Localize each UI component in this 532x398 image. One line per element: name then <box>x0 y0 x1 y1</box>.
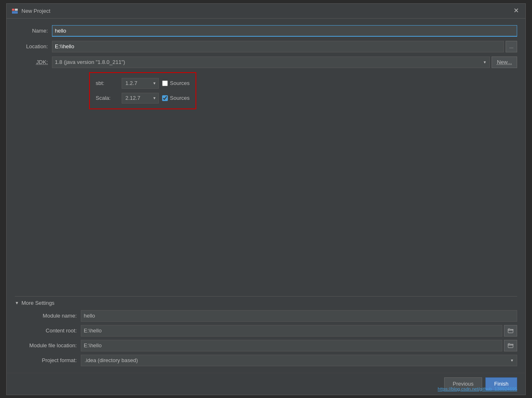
project-format-select[interactable]: .idea (directory based) Eclipse (.classp… <box>81 355 517 366</box>
jdk-new-button[interactable]: New... <box>492 57 517 68</box>
module-file-input-group <box>81 340 517 351</box>
main-content: Name: Location: ... JDK: 1.8 (java versi… <box>15 25 517 366</box>
footer-url: https://blog.csdn.net/github_138924695 <box>438 386 517 391</box>
name-row: Name: <box>15 25 517 37</box>
scala-sources-checkbox-wrapper[interactable]: Sources <box>162 95 190 101</box>
jdk-select-wrapper: 1.8 (java version "1.8.0_211") New... <box>52 57 517 68</box>
module-file-input[interactable] <box>81 340 502 351</box>
module-file-row: Module file location: <box>15 340 517 351</box>
sbt-version-select[interactable]: 1.2.7 1.3.0 1.4.0 <box>122 78 159 89</box>
scala-version-select-container: 2.12.7 2.13.0 2.11.12 <box>122 93 159 104</box>
sbt-label: sbt: <box>96 80 118 86</box>
jdk-select[interactable]: 1.8 (java version "1.8.0_211") <box>52 57 490 68</box>
location-input-group: ... <box>52 41 517 52</box>
sbt-section-wrapper: sbt: 1.2.7 1.3.0 1.4.0 Sources <box>52 72 517 114</box>
title-bar: New Project ✕ <box>7 4 525 19</box>
dialog-title: New Project <box>21 8 50 14</box>
title-bar-left: New Project <box>12 7 50 14</box>
more-settings-section: ▼ More Settings Module name: Content roo… <box>15 296 517 366</box>
name-label: Name: <box>15 28 52 34</box>
new-project-dialog: New Project ✕ Name: Location: ... JDK: <box>6 3 526 395</box>
location-input[interactable] <box>52 41 504 52</box>
project-format-row: Project format: .idea (directory based) … <box>15 355 517 366</box>
module-name-row: Module name: <box>15 310 517 322</box>
scala-sources-checkbox[interactable] <box>162 95 168 101</box>
content-root-input[interactable] <box>81 325 502 337</box>
close-button[interactable]: ✕ <box>512 7 520 15</box>
spacer <box>15 120 517 296</box>
sbt-version-select-container: 1.2.7 1.3.0 1.4.0 <box>122 78 159 89</box>
sbt-sources-label: Sources <box>170 80 190 86</box>
module-name-label: Module name: <box>15 313 81 319</box>
project-format-select-container: .idea (directory based) Eclipse (.classp… <box>81 355 517 366</box>
content-root-label: Content root: <box>15 327 81 334</box>
scala-label: Scala: <box>96 95 118 101</box>
triangle-down-icon: ▼ <box>15 301 19 305</box>
jdk-row: JDK: 1.8 (java version "1.8.0_211") New.… <box>15 57 517 68</box>
location-browse-button[interactable]: ... <box>506 41 517 52</box>
scala-sources-label: Sources <box>170 95 190 101</box>
scala-row: Scala: 2.12.7 2.13.0 2.11.12 Sources <box>96 93 190 104</box>
location-row: Location: ... <box>15 41 517 52</box>
jdk-label: JDK: <box>15 59 52 65</box>
content-root-browse-button[interactable] <box>504 325 517 337</box>
more-settings-header[interactable]: ▼ More Settings <box>15 300 517 306</box>
settings-form: Module name: Content root: <box>15 310 517 366</box>
module-name-input[interactable] <box>81 310 517 322</box>
svg-rect-0 <box>12 9 14 11</box>
location-label: Location: <box>15 43 52 49</box>
dialog-footer: Previous Finish https://blog.csdn.net/gi… <box>7 373 525 395</box>
scala-version-select[interactable]: 2.12.7 2.13.0 2.11.12 <box>122 93 159 104</box>
project-format-label: Project format: <box>15 357 81 363</box>
sbt-section: sbt: 1.2.7 1.3.0 1.4.0 Sources <box>89 72 196 109</box>
sbt-row: sbt: 1.2.7 1.3.0 1.4.0 Sources <box>96 78 190 89</box>
project-icon <box>12 7 18 14</box>
content-root-row: Content root: <box>15 325 517 337</box>
svg-rect-3 <box>508 330 513 333</box>
dialog-body: Name: Location: ... JDK: 1.8 (java versi… <box>7 19 525 373</box>
svg-rect-2 <box>15 9 18 11</box>
svg-rect-4 <box>508 344 513 348</box>
bottom-section: ▼ More Settings Module name: Content roo… <box>15 296 517 366</box>
jdk-select-container: 1.8 (java version "1.8.0_211") <box>52 57 490 68</box>
more-settings-title: More Settings <box>21 300 54 306</box>
sbt-sources-checkbox[interactable] <box>162 80 168 86</box>
module-file-label: Module file location: <box>15 342 81 349</box>
svg-rect-1 <box>12 11 18 14</box>
content-root-input-group <box>81 325 517 337</box>
name-input[interactable] <box>52 25 517 37</box>
sbt-sources-checkbox-wrapper[interactable]: Sources <box>162 80 190 86</box>
module-file-browse-button[interactable] <box>504 340 517 351</box>
